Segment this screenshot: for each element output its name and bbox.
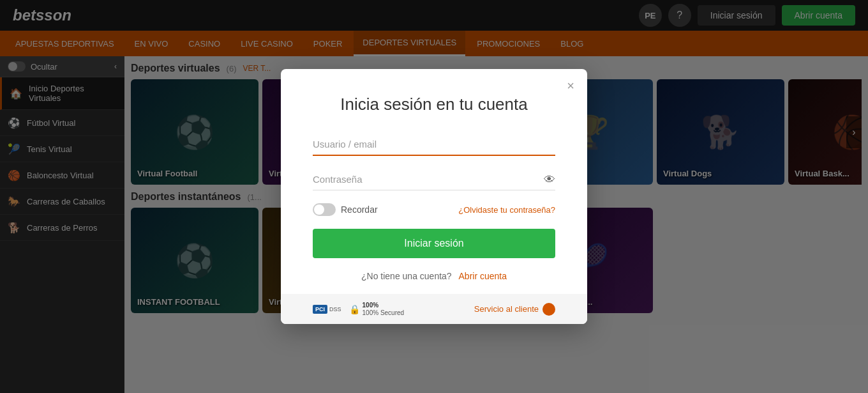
forgot-password-link[interactable]: ¿Olvidaste tu contraseña? bbox=[458, 205, 555, 215]
service-dot bbox=[542, 303, 555, 316]
modal-close-button[interactable]: × bbox=[567, 79, 574, 93]
password-group: 👁 bbox=[313, 169, 555, 190]
register-row: ¿No tiene una cuenta? Abrir cuenta bbox=[313, 271, 555, 281]
eye-icon[interactable]: 👁 bbox=[544, 173, 555, 186]
password-wrapper: 👁 bbox=[313, 169, 555, 190]
submit-login-button[interactable]: Iniciar sesión bbox=[313, 229, 555, 258]
remember-left: Recordar bbox=[313, 203, 378, 216]
lock-icon: 🔒 bbox=[349, 304, 360, 314]
remember-toggle[interactable] bbox=[313, 203, 336, 216]
pci-dss: DSS bbox=[329, 306, 341, 312]
login-modal: × Inicia sesión en tu cuenta 👁 Recordar … bbox=[281, 69, 587, 324]
remember-label: Recordar bbox=[341, 204, 378, 215]
modal-footer: PCI DSS 🔒 100% 100% Secured Servicio al … bbox=[281, 294, 587, 324]
register-link[interactable]: Abrir cuenta bbox=[459, 271, 507, 281]
username-input[interactable] bbox=[313, 134, 555, 156]
username-group bbox=[313, 134, 555, 156]
modal-overlay: × Inicia sesión en tu cuenta 👁 Recordar … bbox=[0, 0, 868, 393]
pci-box: PCI bbox=[313, 305, 327, 314]
remember-row: Recordar ¿Olvidaste tu contraseña? bbox=[313, 203, 555, 216]
password-input[interactable] bbox=[313, 169, 555, 190]
pci-badge: PCI DSS bbox=[313, 305, 341, 314]
service-label: Servicio al cliente bbox=[474, 304, 539, 314]
secured-badge: 🔒 100% 100% Secured bbox=[349, 302, 405, 316]
service-client-link[interactable]: Servicio al cliente bbox=[474, 303, 555, 316]
secured-text: 100% 100% Secured bbox=[363, 302, 405, 316]
footer-badges: PCI DSS 🔒 100% 100% Secured bbox=[313, 302, 404, 316]
modal-title: Inicia sesión en tu cuenta bbox=[313, 95, 555, 114]
no-account-text: ¿No tiene una cuenta? bbox=[361, 271, 452, 281]
